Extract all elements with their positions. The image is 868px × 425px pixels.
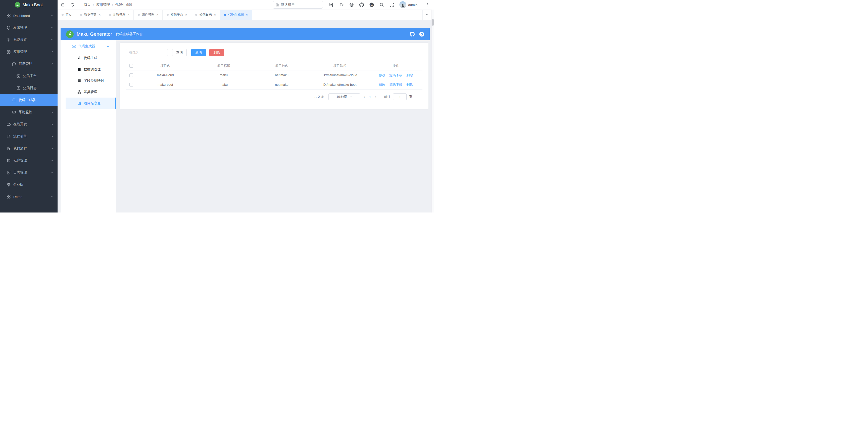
refresh-icon[interactable] xyxy=(70,3,74,7)
project-card: 查询 新增 删除 xyxy=(120,43,429,109)
tab-home[interactable]: 首页 xyxy=(58,10,76,20)
avatar[interactable] xyxy=(399,1,406,8)
chevron-down-icon xyxy=(426,13,429,16)
generator-menu-item-project-rename[interactable]: 项目名变更 xyxy=(66,97,116,109)
close-icon[interactable]: × xyxy=(246,13,248,17)
column-header: 操作 xyxy=(369,61,423,70)
goto-page-input[interactable] xyxy=(393,93,407,100)
sidebar-item-log-management[interactable]: 日志管理 xyxy=(0,167,58,178)
delete-link[interactable]: 删除 xyxy=(406,83,413,86)
sidebar-item-app-management[interactable]: 应用管理 xyxy=(0,46,58,58)
close-icon[interactable]: × xyxy=(99,13,101,17)
tab-data-dictionary[interactable]: 数据字典 × xyxy=(76,10,105,20)
fullscreen-icon[interactable] xyxy=(387,2,397,7)
office-building-icon xyxy=(275,3,279,7)
tab-dot-icon xyxy=(109,14,111,16)
tab-parameter-management[interactable]: 参数管理 × xyxy=(105,10,134,20)
sidebar-item-sms-platform[interactable]: 短信平台 xyxy=(0,70,58,82)
sidebar-item-demo[interactable]: Demo xyxy=(0,191,58,203)
edit-link[interactable]: 修改 xyxy=(379,73,385,77)
sidebar-item-my-workflow[interactable]: 我的流程 xyxy=(0,142,58,154)
query-button[interactable]: 查询 xyxy=(172,49,187,56)
generator-menu-group[interactable]: 代码生成器 xyxy=(66,40,116,52)
tenant-select[interactable]: 默认租户 xyxy=(273,1,323,8)
generator-menu-group-label: 代码生成器 xyxy=(78,44,95,49)
sidebar-item-label: 短信日志 xyxy=(23,86,37,90)
gitee-icon[interactable] xyxy=(419,32,424,37)
collapse-sidebar-icon[interactable] xyxy=(60,3,65,7)
sidebar-item-message-management[interactable]: 消息管理 xyxy=(0,58,58,70)
breadcrumb-home[interactable]: 首页 xyxy=(84,2,91,7)
generator-menu-label: 字段类型映射 xyxy=(84,79,104,83)
sidebar-item-label: 企业版 xyxy=(13,182,24,187)
tab-dot-icon xyxy=(166,14,168,16)
column-header: 项目包名 xyxy=(253,61,311,70)
delete-button[interactable]: 删除 xyxy=(209,49,224,56)
close-icon[interactable]: × xyxy=(156,13,158,17)
breadcrumb-app-management[interactable]: 应用管理 xyxy=(96,2,110,7)
generator-menu-item-base-class[interactable]: 基类管理 xyxy=(66,86,116,97)
generator-menu-label: 代码生成 xyxy=(84,56,97,60)
delete-link[interactable]: 删除 xyxy=(406,73,413,77)
calendar-check-icon xyxy=(6,134,11,139)
scrollbar-thumb[interactable] xyxy=(432,19,434,26)
project-name-input[interactable] xyxy=(126,49,168,56)
sidebar-item-sms-log[interactable]: 短信日志 xyxy=(0,82,58,94)
generator-banner: Maku Generator 代码生成器工作台 xyxy=(61,28,430,40)
table-header-row: 项目名 项目标识 项目包名 项目路径 操作 xyxy=(126,61,423,70)
github-icon[interactable] xyxy=(356,2,367,7)
sidebar-item-system-monitor[interactable]: 系统监控 xyxy=(0,106,58,118)
add-button[interactable]: 新增 xyxy=(191,49,206,56)
translate-icon[interactable] xyxy=(327,2,337,7)
sidebar-item-tenant-management[interactable]: 租户管理 xyxy=(0,154,58,167)
sidebar-item-online-dev[interactable]: 在线开发 xyxy=(0,118,58,130)
generator-menu-item-datasource[interactable]: 数据源管理 xyxy=(66,64,116,75)
current-page[interactable]: 1 xyxy=(369,95,371,99)
select-all-checkbox[interactable] xyxy=(129,64,133,68)
tenant-value: 默认租户 xyxy=(281,2,294,7)
sidebar-item-system-settings[interactable]: 系统设置 xyxy=(0,34,58,46)
row-checkbox[interactable] xyxy=(129,74,133,77)
tab-sms-log[interactable]: 短信日志 × xyxy=(191,10,220,20)
close-icon[interactable]: × xyxy=(128,13,130,17)
tab-actions-dropdown[interactable] xyxy=(423,10,432,20)
close-icon[interactable]: × xyxy=(185,13,187,17)
sidebar-item-permissions[interactable]: 权限管理 xyxy=(0,22,58,34)
close-icon[interactable]: × xyxy=(214,13,216,17)
sidebar-item-code-generator[interactable]: 代码生成器 xyxy=(0,94,58,106)
tab-sms-platform[interactable]: 短信平台 × xyxy=(163,10,191,20)
page-scrollbar[interactable] xyxy=(432,9,434,213)
sidebar-item-label: Demo xyxy=(13,195,22,199)
row-checkbox[interactable] xyxy=(129,83,133,86)
sidebar-item-dashboard[interactable]: Dashboard xyxy=(0,9,58,22)
main-column: 首页 › 应用管理 › 代码生成器 默认租户 xyxy=(58,0,434,213)
edit-link[interactable]: 修改 xyxy=(379,83,385,86)
user-name[interactable]: admin xyxy=(408,3,417,7)
next-page-button[interactable]: › xyxy=(375,95,376,99)
generator-menu-item-code-generation[interactable]: 代码生成 xyxy=(66,52,116,64)
prev-page-button[interactable]: ‹ xyxy=(364,95,365,99)
generator-menu: 代码生成器 代码生成 数据源管理 xyxy=(66,40,116,109)
cell-project-package: net.maku xyxy=(253,80,311,89)
kebab-menu-icon[interactable] xyxy=(426,3,430,7)
tab-attachment-management[interactable]: 附件管理 × xyxy=(134,10,163,20)
github-icon[interactable] xyxy=(410,32,415,37)
font-size-icon[interactable] xyxy=(337,2,346,7)
sidebar-item-enterprise[interactable]: 企业版 xyxy=(0,178,58,191)
page-size-select[interactable]: 10条/页 xyxy=(329,93,360,100)
gitee-icon[interactable] xyxy=(367,2,377,7)
sidebar-item-workflow-engine[interactable]: 流程引擎 xyxy=(0,130,58,142)
app-logo[interactable]: Maku Boot xyxy=(0,0,58,9)
chevron-down-icon[interactable] xyxy=(419,3,422,6)
generator-menu-label: 数据源管理 xyxy=(84,67,101,72)
table-row: maku-cloud maku net.maku D:/makunet/maku… xyxy=(126,70,423,80)
download-source-link[interactable]: 源码下载 xyxy=(389,83,402,86)
building-icon xyxy=(6,159,11,163)
column-header: 项目名 xyxy=(136,61,194,70)
download-source-link[interactable]: 源码下载 xyxy=(389,73,402,77)
tab-code-generator[interactable]: 代码生成器 × xyxy=(220,10,252,20)
generator-menu-item-field-type-mapping[interactable]: 字段类型映射 xyxy=(66,75,116,86)
cell-project-name: maku-boot xyxy=(136,80,194,89)
search-icon[interactable] xyxy=(377,2,387,7)
globe-icon[interactable] xyxy=(346,2,356,7)
